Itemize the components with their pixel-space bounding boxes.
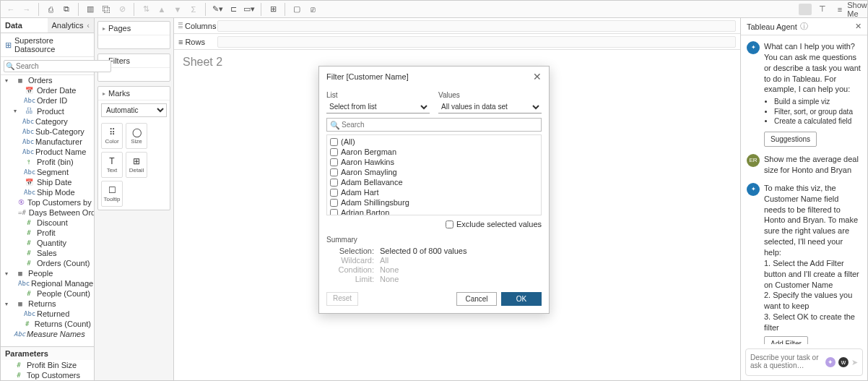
filter-value-checkbox[interactable]	[330, 189, 338, 197]
group-icon[interactable]: ⊏	[226, 3, 240, 16]
table-row[interactable]: ▾▦Returns	[1, 299, 94, 309]
filter-value-item[interactable]: Aaron Smayling	[329, 167, 539, 177]
filter-value-checkbox[interactable]	[330, 168, 338, 176]
rows-shelf[interactable]: ≡Rows	[174, 34, 740, 50]
send-icon[interactable]: ➤	[851, 358, 858, 367]
highlight-icon[interactable]: ✎▾	[210, 3, 225, 16]
agent-title: Tableau Agent	[747, 22, 797, 31]
agent-intro-head: What can I help you with?	[764, 41, 862, 52]
table-row[interactable]: ▾▦People	[1, 268, 94, 278]
filter-values-list[interactable]: (All)Aaron BergmanAaron HawkinsAaron Sma…	[326, 134, 542, 215]
filter-value-item[interactable]: Adam Hart	[329, 187, 539, 197]
filter-value-item[interactable]: Aaron Hawkins	[329, 157, 539, 167]
agent-bot-s1: 1. Select the Add Filter button and I'll…	[764, 258, 862, 291]
download-icon[interactable]: ⎚	[305, 3, 320, 16]
field-row[interactable]: #People (Count)	[1, 288, 94, 299]
format-icon[interactable]: ≡	[833, 3, 847, 16]
values-mode-select[interactable]: All values in data set	[438, 100, 542, 114]
agent-input-box[interactable]: ✦ w ➤	[745, 348, 863, 376]
marks-tooltip-cell[interactable]: ☐Tooltip	[101, 181, 123, 207]
mark-type-select[interactable]: Automatic	[101, 103, 167, 117]
sparkle-icon[interactable]: ✦	[825, 357, 836, 367]
tab-analytics[interactable]: Analytics‹	[48, 18, 95, 33]
field-row[interactable]: AbcManufacturer	[1, 137, 94, 147]
info-icon[interactable]: ⓘ	[800, 21, 808, 32]
filter-value-checkbox[interactable]	[330, 158, 338, 166]
field-row[interactable]: AbcSub-Category	[1, 127, 94, 137]
summary-limit-v: None	[380, 275, 542, 283]
field-row[interactable]: ▾品Product	[1, 106, 94, 116]
field-row[interactable]: ⫯Profit (bin)	[1, 157, 94, 167]
field-row[interactable]: 📅Order Date	[1, 85, 94, 95]
field-row[interactable]: AbcCategory	[1, 116, 94, 127]
field-row[interactable]: #Quantity	[1, 238, 94, 248]
field-row[interactable]: AbcOrder ID	[1, 95, 94, 106]
reset-button: Reset	[326, 292, 358, 306]
field-row[interactable]: 📅Ship Date	[1, 177, 94, 187]
filter-value-checkbox[interactable]	[330, 209, 338, 216]
search-icon: 🔍	[6, 62, 14, 70]
agent-icon[interactable]	[798, 3, 812, 16]
filter-value-item[interactable]: Adrian Barton	[329, 207, 539, 215]
save-icon[interactable]: ⎙	[43, 3, 58, 16]
tab-data[interactable]: Data	[1, 18, 48, 33]
filter-value-item[interactable]: (All)	[329, 137, 539, 147]
parameter-row[interactable]: #Profit Bin Size	[1, 360, 94, 370]
cancel-button[interactable]: Cancel	[456, 292, 497, 306]
table-row[interactable]: ▾▦Orders	[1, 75, 94, 85]
columns-shelf[interactable]: ⦙⦙⦙Columns	[174, 18, 740, 34]
dialog-close-icon[interactable]: ✕	[533, 71, 542, 82]
field-row[interactable]: #Profit	[1, 228, 94, 238]
show-me-button[interactable]: Show Me	[850, 3, 864, 16]
swap-icon: ⇅	[139, 3, 153, 16]
list-mode-select[interactable]: Select from list	[326, 100, 430, 114]
field-row[interactable]: AbcMeasure Names	[1, 329, 94, 339]
field-row[interactable]: #Discount	[1, 218, 94, 228]
new-worksheet-icon[interactable]: ▥	[83, 3, 97, 16]
field-row[interactable]: AbcRegional Manager	[1, 278, 94, 288]
datasource-icon: ⊞	[5, 40, 12, 50]
field-search-input[interactable]	[4, 60, 111, 72]
field-row[interactable]: AbcShip Mode	[1, 187, 94, 197]
labels-icon[interactable]: ⊞	[266, 3, 280, 16]
dialog-search-input[interactable]	[326, 118, 542, 132]
agent-textarea[interactable]	[750, 354, 823, 371]
pages-label: Pages	[108, 24, 131, 33]
field-row[interactable]: ⦿Top Customers by P…	[1, 197, 94, 207]
voice-icon[interactable]: w	[838, 357, 849, 367]
marks-text-cell[interactable]: TText	[101, 152, 123, 178]
new-data-icon[interactable]: ⧉	[59, 3, 74, 16]
values-label: Values	[438, 91, 542, 99]
redo-icon: →	[19, 3, 34, 16]
field-row[interactable]: AbcSegment	[1, 167, 94, 177]
marks-detail-cell[interactable]: ⊞Detail	[126, 152, 147, 178]
field-row[interactable]: =#Days Between Orde…	[1, 207, 94, 218]
present-icon[interactable]: ▢	[290, 3, 304, 16]
marks-color-cell[interactable]: ⠿Color	[101, 123, 123, 149]
field-row[interactable]: AbcReturned	[1, 309, 94, 319]
filter-value-checkbox[interactable]	[330, 138, 338, 146]
duplicate-icon[interactable]: ⿻	[99, 3, 113, 16]
suggestions-button[interactable]: Suggestions	[764, 132, 817, 147]
filter-value-checkbox[interactable]	[330, 199, 338, 207]
field-row[interactable]: #Sales	[1, 248, 94, 258]
summary-condition-k: Condition:	[331, 265, 374, 274]
filter-value-item[interactable]: Adam Bellavance	[329, 177, 539, 187]
marks-size-cell[interactable]: ◯Size	[126, 123, 147, 149]
field-row[interactable]: #Orders (Count)	[1, 258, 94, 268]
filter-value-checkbox[interactable]	[330, 179, 338, 187]
filter-value-item[interactable]: Aaron Bergman	[329, 147, 539, 157]
exclude-checkbox[interactable]	[446, 221, 453, 228]
parameter-row[interactable]: #Top Customers	[1, 370, 94, 380]
filter-value-item[interactable]: Adam Shillingsburg	[329, 197, 539, 207]
field-row[interactable]: #Returns (Count)	[1, 319, 94, 329]
field-row[interactable]: AbcProduct Name	[1, 147, 94, 157]
add-filter-button[interactable]: Add Filter	[764, 336, 808, 344]
datasource-row[interactable]: ⊞ Superstore Datasource	[1, 33, 94, 57]
data-guide-icon[interactable]: ⊤	[815, 3, 830, 16]
ok-button[interactable]: OK	[501, 292, 542, 306]
fit-icon[interactable]: ▭▾	[242, 3, 256, 16]
agent-close-icon[interactable]: ✕	[855, 22, 862, 31]
pages-card[interactable]: ▸Pages	[97, 21, 170, 49]
filter-value-checkbox[interactable]	[330, 148, 338, 156]
